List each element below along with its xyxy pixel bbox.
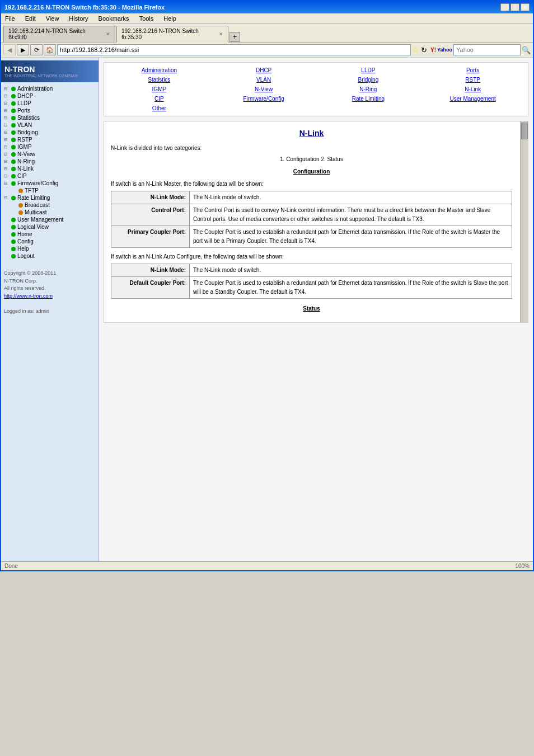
scroll-thumb[interactable]: [521, 123, 528, 139]
status-text: Done: [4, 563, 18, 569]
sidebar-item-home[interactable]: Home: [1, 231, 99, 238]
sidebar-item-nview[interactable]: ⊟ N-View: [1, 151, 99, 158]
sidebar-item-rstp[interactable]: ⊟ RSTP: [1, 136, 99, 143]
url-text[interactable]: http://www.n-tron.com: [4, 293, 96, 300]
rights-text: All rights reserved.: [4, 285, 96, 293]
sidebar-item-cip[interactable]: ⊟ CIP: [1, 172, 99, 180]
maximize-button[interactable]: □: [510, 3, 519, 11]
sidebar-label: Help: [17, 246, 29, 252]
expand-icon: ⊟: [4, 159, 10, 164]
bookmark-star[interactable]: ☆: [412, 45, 419, 54]
nav-links-grid: Administration DHCP LLDP Ports Statistic…: [104, 62, 528, 116]
nav-link-ports[interactable]: Ports: [421, 66, 524, 74]
auto-row1-label: N-Link Mode:: [111, 264, 190, 277]
expand-icon: ⊟: [4, 93, 10, 98]
close-button[interactable]: ✕: [521, 3, 530, 11]
search-icon[interactable]: 🔍: [522, 46, 531, 54]
nav-link-administration[interactable]: Administration: [107, 66, 211, 74]
nav-link-other[interactable]: Other: [107, 104, 211, 112]
sidebar-item-lldp[interactable]: ⊟ LLDP: [1, 100, 99, 107]
expand-icon: ⊟: [4, 137, 10, 142]
tab-1-label: 192.168.2.214 N-TRON Switch f9:c9:f0: [8, 28, 104, 40]
sidebar-label: N-Link: [17, 166, 34, 172]
sidebar-label: Broadcast: [25, 202, 50, 208]
nav-link-bridging[interactable]: Bridging: [317, 76, 420, 84]
nav-link-cip[interactable]: CIP: [107, 95, 211, 103]
nav-link-usermanagement[interactable]: User Management: [421, 95, 524, 103]
sidebar-item-nlink[interactable]: ⊟ N-Link: [1, 165, 99, 172]
sidebar-item-logicalview[interactable]: Logical View: [1, 223, 99, 231]
expand-icon: ⊟: [4, 173, 10, 179]
menu-edit[interactable]: Edit: [24, 15, 38, 22]
new-tab-button[interactable]: +: [229, 32, 240, 42]
menu-view[interactable]: View: [44, 15, 61, 22]
sidebar-item-ratelimiting[interactable]: ⊟ Rate Limiting: [1, 194, 99, 201]
sidebar-item-broadcast[interactable]: Broadcast: [1, 201, 99, 209]
sidebar-label: VLAN: [17, 122, 32, 128]
menu-tools[interactable]: Tools: [138, 15, 156, 22]
nav-link-empty2: [317, 104, 420, 112]
menu-help[interactable]: Help: [162, 15, 178, 22]
expand-icon: ⊟: [4, 115, 10, 120]
auto-row2-label: Default Coupler Port:: [111, 277, 190, 299]
status-subtitle: Status: [111, 304, 512, 313]
tab-1[interactable]: 192.168.2.214 N-TRON Switch f9:c9:f0 ✕: [3, 26, 115, 42]
bullet-icon: [11, 123, 16, 128]
browser-window: 192.168.2.216 N-TRON Switch fb:35:30 - M…: [0, 0, 534, 571]
nav-link-nview[interactable]: N-View: [212, 85, 316, 93]
sidebar-label: Multicast: [25, 209, 46, 215]
bullet-icon: [11, 196, 16, 200]
nav-link-dhcp[interactable]: DHCP: [212, 66, 316, 74]
sidebar-item-dhcp[interactable]: ⊟ DHCP: [1, 92, 99, 100]
sidebar-item-bridging[interactable]: ⊟ Bridging: [1, 129, 99, 136]
sidebar-item-igmp[interactable]: ⊟ IGMP: [1, 143, 99, 151]
forward-button[interactable]: ▶: [17, 44, 29, 55]
nav-link-igmp[interactable]: IGMP: [107, 85, 211, 93]
menu-bookmarks[interactable]: Bookmarks: [97, 15, 131, 22]
sidebar-item-usermanagement[interactable]: User Management: [1, 216, 99, 223]
nav-link-statistics[interactable]: Statistics: [107, 76, 211, 84]
search-label: Yahoo: [437, 47, 452, 53]
menu-file[interactable]: File: [3, 15, 17, 22]
sidebar-item-tftp[interactable]: TFTP: [1, 187, 99, 194]
back-button[interactable]: ◀: [3, 44, 16, 55]
sidebar-item-config[interactable]: Config: [1, 238, 99, 245]
nav-link-nring[interactable]: N-Ring: [317, 85, 420, 93]
nav-link-lldp[interactable]: LLDP: [317, 66, 420, 74]
search-input[interactable]: [453, 44, 521, 55]
tab-2[interactable]: 192.168.2.216 N-TRON Switch fb:35:30 ✕: [116, 26, 228, 43]
sidebar-item-multicast[interactable]: Multicast: [1, 209, 99, 216]
sidebar-label: TFTP: [25, 187, 39, 194]
nav-link-vlan[interactable]: VLAN: [212, 76, 316, 84]
sidebar-item-logout[interactable]: Logout: [1, 252, 99, 260]
sidebar-item-nring[interactable]: ⊟ N-Ring: [1, 158, 99, 165]
nav-link-nlink[interactable]: N-Link: [421, 85, 524, 93]
nav-link-rstp[interactable]: RSTP: [421, 76, 524, 84]
bullet-icon: [11, 138, 16, 142]
sidebar-item-statistics[interactable]: ⊟ Statistics: [1, 114, 99, 121]
nav-link-ratelimiting[interactable]: Rate Limiting: [317, 95, 420, 103]
categories-text: 1. Configuration 2. Status: [111, 155, 512, 164]
sidebar-item-vlan[interactable]: ⊟ VLAN: [1, 121, 99, 129]
nav-link-firmware[interactable]: Firmware/Config: [212, 95, 316, 103]
sidebar-item-administration[interactable]: ⊟ Administration: [1, 85, 99, 92]
expand-icon: ⊟: [4, 144, 10, 149]
minimize-button[interactable]: _: [500, 3, 509, 11]
auto-table: N-Link Mode: The N-Link mode of switch. …: [111, 264, 512, 299]
tab-1-close[interactable]: ✕: [106, 31, 110, 37]
master-row1-value: The N-Link mode of switch.: [190, 191, 512, 204]
scrollbar[interactable]: [520, 121, 528, 322]
bullet-icon: [11, 94, 16, 98]
address-bar[interactable]: [57, 44, 411, 55]
sidebar-item-ports[interactable]: ⊟ Ports: [1, 107, 99, 114]
tab-2-close[interactable]: ✕: [219, 31, 223, 37]
sidebar-item-help[interactable]: Help: [1, 245, 99, 252]
master-table: N-Link Mode: The N-Link mode of switch. …: [111, 191, 512, 248]
reload-button[interactable]: ⟳: [30, 44, 43, 55]
sidebar-item-firmware[interactable]: ⊟ Firmware/Config: [1, 180, 99, 187]
refresh-icon[interactable]: ↻: [421, 46, 427, 54]
master-row3-value: The Coupler Port is used to establish a …: [190, 226, 512, 248]
home-button[interactable]: 🏠: [44, 44, 56, 55]
menu-history[interactable]: History: [67, 15, 90, 22]
sidebar-label: LLDP: [17, 100, 31, 106]
